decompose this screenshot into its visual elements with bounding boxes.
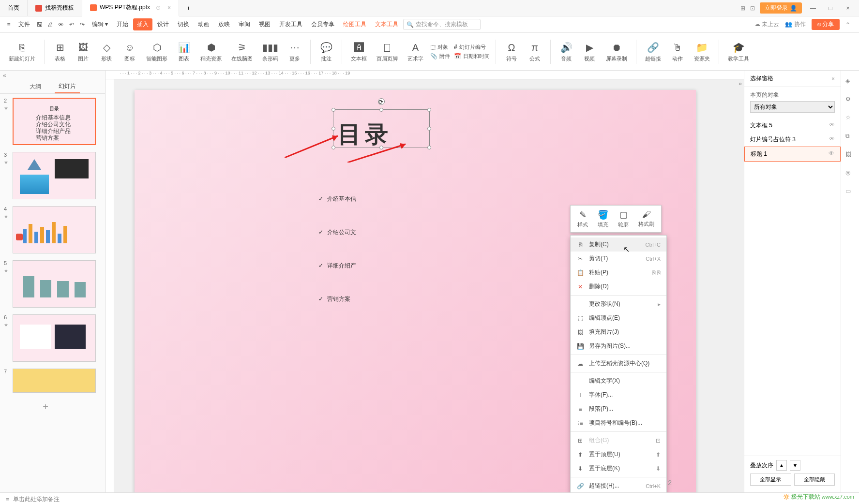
new-tab-button[interactable]: + (179, 0, 198, 16)
menu-vip[interactable]: 会员专享 (307, 18, 338, 30)
ribbon-mindmap[interactable]: ⚞在线脑图 (228, 40, 256, 63)
ribbon-attach[interactable]: 📎附件 (430, 53, 450, 60)
book-icon[interactable]: ▭ (845, 188, 855, 197)
resize-handle-l[interactable] (332, 127, 335, 131)
menu-devtools[interactable]: 开发工具 (275, 18, 306, 30)
ribbon-object[interactable]: ⬚对象 (430, 44, 450, 51)
layout-icon[interactable]: ⊞ (740, 5, 745, 12)
minimize-button[interactable]: — (807, 5, 819, 12)
ribbon-action[interactable]: 🖱动作 (668, 40, 687, 63)
ctx-hyperlink[interactable]: 🔗超链接(H)...Ctrl+K (571, 479, 666, 492)
thumb-slide-2[interactable]: 目录 介绍基本信息介绍公司文化详细介绍产品营销方案 (13, 98, 96, 145)
grid-icon[interactable]: ⊡ (750, 5, 755, 12)
ribbon-resource[interactable]: ⬢稻壳资源 (197, 40, 225, 63)
view-slides[interactable]: 幻灯片 (55, 80, 80, 93)
ribbon-chart[interactable]: 📊图表 (174, 40, 194, 63)
menu-design[interactable]: 设计 (153, 18, 173, 30)
menu-transition[interactable]: 切换 (174, 18, 193, 30)
paste-option-icon[interactable]: ⎘ (652, 269, 656, 276)
ribbon-barcode[interactable]: ▮▮▮条形码 (259, 40, 281, 63)
resize-handle-tl[interactable] (332, 108, 335, 112)
object-item[interactable]: 文本框 5👁 (744, 119, 841, 133)
showall-button[interactable]: 全部显示 (750, 474, 791, 486)
ctx-delete[interactable]: ✕删除(D) (571, 280, 666, 294)
slide-list[interactable]: ✓介绍基本信 ✓介绍公司文 ✓详细介绍产 ✓营销方案 (318, 187, 356, 320)
ribbon-icon[interactable]: ☺图标 (120, 40, 139, 63)
notes-bar[interactable]: ≡ 单击此处添加备注 (0, 492, 859, 504)
settings-icon[interactable]: ⚙ (845, 96, 855, 105)
close-icon[interactable]: × (831, 75, 835, 82)
menu-animation[interactable]: 动画 (194, 18, 213, 30)
eye-icon[interactable]: 👁 (829, 150, 834, 158)
menu-view[interactable]: 视图 (255, 18, 274, 30)
layers-icon[interactable]: ⧉ (845, 133, 855, 142)
menu-edit[interactable]: 编辑 ▾ (88, 18, 112, 30)
ribbon-symbol[interactable]: Ω符号 (502, 40, 521, 63)
ribbon-shape[interactable]: ◇形状 (97, 40, 116, 63)
login-button[interactable]: 立即登录👤 (760, 2, 802, 14)
ribbon-textbox[interactable]: 🅰文本框 (348, 40, 370, 63)
eye-icon[interactable]: 👁 (829, 121, 835, 130)
object-filter-select[interactable]: 所有对象 (750, 101, 835, 113)
move-up-button[interactable]: ▲ (776, 460, 787, 471)
ribbon-screenrec[interactable]: ⏺屏幕录制 (603, 40, 630, 63)
share-button[interactable]: ⎋ 分享 (812, 19, 840, 30)
ctx-edittext[interactable]: 编辑文字(X) (571, 374, 666, 388)
paste-option-icon2[interactable]: ⎘ (657, 269, 661, 276)
tab-file[interactable]: WPS PPT教程.pptx ⊙ × (82, 0, 179, 16)
mini-fill[interactable]: 🪣填充 (593, 208, 613, 230)
tab-close-icon[interactable]: × (167, 4, 171, 11)
target-icon[interactable]: ◎ (845, 169, 855, 179)
ribbon-smartart[interactable]: ⬡智能图形 (143, 40, 170, 63)
ribbon-hyperlink[interactable]: 🔗超链接 (642, 40, 664, 63)
design-icon[interactable]: ◈ (845, 77, 855, 87)
collab-icon[interactable]: 👥 协作 (785, 20, 805, 29)
ribbon-picture[interactable]: 🖼图片 (74, 40, 93, 63)
thumb-slide-4[interactable] (13, 206, 96, 253)
cloud-icon[interactable]: ☁ 未上云 (754, 20, 779, 29)
ctx-saveaspic[interactable]: 💾另存为图片(S)... (571, 339, 666, 353)
ribbon-table[interactable]: ⊞表格 (50, 40, 70, 63)
undo-icon[interactable]: ↶ (67, 20, 76, 30)
ctx-changeshape[interactable]: 更改形状(N)▸ (571, 297, 666, 311)
object-item-selected[interactable]: 标题 1👁 (744, 147, 841, 162)
ribbon-teachtools[interactable]: 🎓教学工具 (725, 40, 752, 63)
ctx-sendback[interactable]: ⬇置于底层(K)⬇ (571, 461, 666, 475)
preview-icon[interactable]: 👁 (56, 20, 66, 30)
mini-outline[interactable]: ▢轮廓 (613, 208, 633, 230)
ribbon-newslide[interactable]: ⎘新建幻灯片 (6, 40, 38, 63)
resize-handle-bl[interactable] (332, 146, 335, 149)
ctx-copy[interactable]: ⎘复制(C)Ctrl+C (571, 237, 666, 252)
view-outline[interactable]: 大纲 (26, 81, 45, 93)
ctx-upload[interactable]: ☁上传至稻壳资源中心(Q) (571, 356, 666, 371)
menu-review[interactable]: 审阅 (235, 18, 254, 30)
resize-handle-r[interactable] (427, 127, 431, 131)
menu-start[interactable]: 开始 (113, 18, 132, 30)
ribbon-audio[interactable]: 🔊音频 (557, 40, 576, 63)
mini-style[interactable]: ✎样式 (573, 208, 593, 230)
ribbon-headerfooter[interactable]: ⎕页眉页脚 (374, 40, 401, 63)
ctx-cut[interactable]: ✂剪切(T)Ctrl+X (571, 252, 666, 266)
resize-handle-tr[interactable] (427, 108, 431, 112)
ribbon-video[interactable]: ▶视频 (580, 40, 599, 63)
ctx-bullets[interactable]: ⁝≡项目符号和编号(B)... (571, 416, 666, 430)
ctx-fillpic[interactable]: 🖼填充图片(J) (571, 325, 666, 339)
menu-drawtools[interactable]: 绘图工具 (339, 18, 370, 30)
ctx-paragraph[interactable]: ≡段落(P)... (571, 402, 666, 416)
print-icon[interactable]: 🖨 (45, 20, 55, 30)
ctx-font[interactable]: T字体(F)... (571, 388, 666, 402)
command-search[interactable]: 🔍 查找命令、搜索模板 (403, 19, 481, 30)
resize-handle-t[interactable] (379, 108, 383, 112)
slide-title[interactable]: 目录 (338, 119, 392, 150)
menu-file[interactable]: 文件 (15, 18, 34, 30)
thumb-slide-5[interactable] (13, 260, 96, 308)
close-button[interactable]: × (842, 5, 854, 12)
ctx-bringfront[interactable]: ⬆置于顶层(U)⬆ (571, 447, 666, 461)
maximize-button[interactable]: □ (824, 5, 837, 12)
tab-template[interactable]: 找稻壳模板 (28, 0, 82, 16)
ribbon-comment[interactable]: 💬批注 (316, 40, 336, 63)
menu-insert[interactable]: 插入 (133, 18, 152, 30)
ribbon-wordart[interactable]: A艺术字 (405, 40, 426, 63)
thumb-slide-6[interactable] (13, 314, 96, 362)
save-icon[interactable]: 🖫 (35, 20, 45, 30)
